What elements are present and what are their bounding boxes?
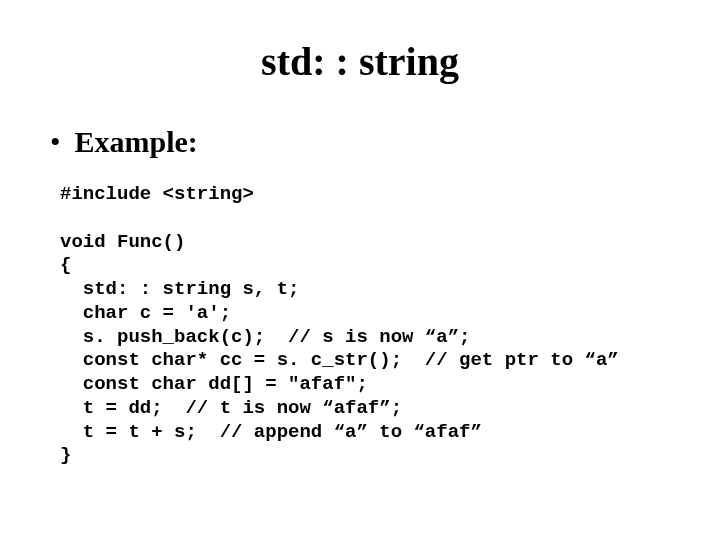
slide-title: std: : string [40, 38, 680, 85]
bullet-icon: • [50, 127, 61, 157]
code-block: #include <string> void Func() { std: : s… [60, 183, 680, 468]
slide: std: : string • Example: #include <strin… [0, 0, 720, 540]
bullet-text: Example: [75, 125, 198, 159]
bullet-item: • Example: [50, 125, 680, 159]
